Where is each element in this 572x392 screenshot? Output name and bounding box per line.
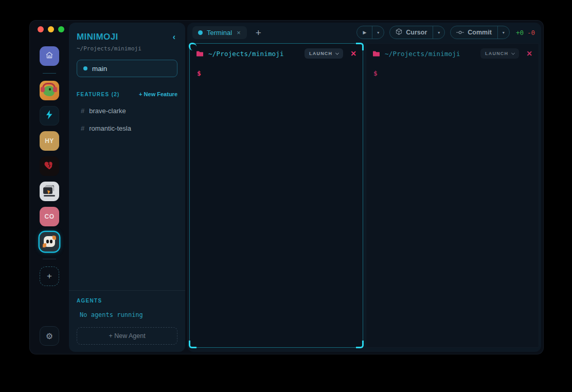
close-window-button[interactable] [38, 26, 44, 32]
settings-button[interactable]: ⚙ [40, 326, 59, 346]
workspace-rail: HY CO [30, 21, 69, 354]
workspace-hy-avatar[interactable]: HY [40, 131, 59, 151]
workspace-co-label: CO [45, 213, 55, 220]
chevron-down-icon [511, 51, 515, 55]
hash-icon: # [81, 124, 84, 132]
home-icon [45, 50, 54, 62]
project-sidebar: MINIMOJI ‹ ~/Projects/minimoji main FEAT… [69, 23, 185, 352]
agents-status-text: No agents running [77, 311, 177, 318]
cursor-dropdown-icon[interactable]: ▾ [433, 30, 444, 35]
workspace-screens-avatar[interactable] [40, 182, 59, 201]
feature-item-brave-clarke[interactable]: # brave-clarke [77, 107, 177, 115]
pane-path: ~/Projects/minimoji [208, 50, 284, 58]
broken-heart-icon [44, 159, 55, 173]
plus-icon: + [47, 271, 52, 281]
new-agent-button[interactable]: + New Agent [77, 327, 177, 345]
terminal-pane-right: ~/Projects/minimoji LAUNCH ✕ $ [366, 43, 539, 348]
commit-split-button[interactable]: Commit ▾ [450, 26, 510, 39]
workspace-hy-label: HY [45, 137, 54, 145]
close-pane-icon[interactable]: ✕ [526, 49, 532, 58]
commit-button-label: Commit [468, 29, 492, 36]
home-button[interactable] [40, 46, 59, 66]
terminal-pane-left: ~/Projects/minimoji LAUNCH ✕ $ [189, 43, 363, 348]
workspace-ghost-avatar-selected[interactable] [40, 232, 59, 252]
workspace-bolt-avatar[interactable] [40, 106, 59, 126]
branch-status-dot [83, 66, 87, 70]
launch-button[interactable]: LAUNCH [480, 48, 519, 59]
hash-icon: # [81, 107, 84, 115]
add-workspace-button[interactable]: + [40, 266, 59, 286]
feature-item-romantic-tesla[interactable]: # romantic-tesla [77, 124, 177, 132]
feature-name: romantic-tesla [89, 124, 131, 132]
agents-section: AGENTS No agents running + New Agent [69, 290, 185, 345]
pane-header: ~/Projects/minimoji LAUNCH ✕ [190, 44, 363, 62]
branch-name: main [92, 65, 107, 73]
rail-divider [43, 73, 56, 74]
diff-stats: +0 -0 [516, 29, 535, 37]
zoom-window-button[interactable] [58, 26, 64, 32]
terminal-panes: ~/Projects/minimoji LAUNCH ✕ $ [187, 42, 541, 352]
shell-prompt: $ [373, 69, 378, 77]
branch-item-main[interactable]: main [77, 60, 177, 77]
pane-path: ~/Projects/minimoji [385, 50, 460, 58]
folder-icon [372, 50, 380, 57]
minimize-window-button[interactable] [48, 26, 54, 32]
launch-button[interactable]: LAUNCH [305, 48, 343, 59]
project-path: ~/Projects/minimoji [77, 45, 177, 52]
git-commit-icon [456, 28, 464, 37]
workspace-heart-avatar[interactable] [40, 156, 59, 176]
tab-active-dot [198, 30, 203, 35]
workspace-dino-avatar[interactable] [40, 81, 59, 100]
agents-section-label: AGENTS [77, 298, 177, 304]
play-icon: ▶ [363, 30, 366, 35]
collapse-sidebar-icon[interactable]: ‹ [171, 32, 177, 42]
close-pane-icon[interactable]: ✕ [350, 49, 356, 58]
new-feature-button[interactable]: + New Feature [139, 91, 177, 97]
traffic-lights [38, 26, 64, 32]
tab-terminal[interactable]: Terminal × [192, 26, 247, 39]
project-title: MINIMOJI [77, 32, 118, 42]
folder-icon [196, 50, 204, 57]
cursor-app-icon [396, 28, 402, 37]
chevron-down-icon [335, 51, 339, 55]
commit-dropdown-icon[interactable]: ▾ [498, 30, 509, 35]
close-tab-icon[interactable]: × [236, 29, 241, 37]
workspace-list: HY CO [30, 46, 69, 354]
terminal-input-area[interactable]: $ [190, 62, 363, 347]
main-panel: Terminal × + ▶ ▾ [187, 23, 541, 352]
gear-icon: ⚙ [46, 331, 53, 341]
workspace-co-avatar[interactable]: CO [40, 207, 59, 226]
run-split-button[interactable]: ▶ ▾ [356, 26, 384, 39]
diff-removed: -0 [527, 29, 535, 37]
run-dropdown-icon[interactable]: ▾ [372, 30, 384, 35]
diff-added: +0 [516, 29, 524, 37]
cursor-split-button[interactable]: Cursor ▾ [389, 26, 445, 39]
lightning-bolt-icon [44, 110, 55, 122]
feature-name: brave-clarke [89, 107, 126, 115]
launch-button-label: LAUNCH [309, 51, 332, 56]
pane-header: ~/Projects/minimoji LAUNCH ✕ [366, 44, 539, 62]
launch-button-label: LAUNCH [485, 51, 508, 56]
tab-label: Terminal [207, 29, 232, 37]
terminal-input-area[interactable]: $ [366, 62, 539, 347]
rail-divider [43, 259, 56, 259]
features-section-label: FEATURES (2) [77, 92, 120, 97]
shell-prompt: $ [197, 69, 201, 77]
cursor-button-label: Cursor [406, 29, 427, 36]
tab-bar: Terminal × + ▶ ▾ [187, 23, 541, 42]
app-window: HY CO [30, 21, 543, 354]
add-tab-button[interactable]: + [256, 28, 261, 38]
